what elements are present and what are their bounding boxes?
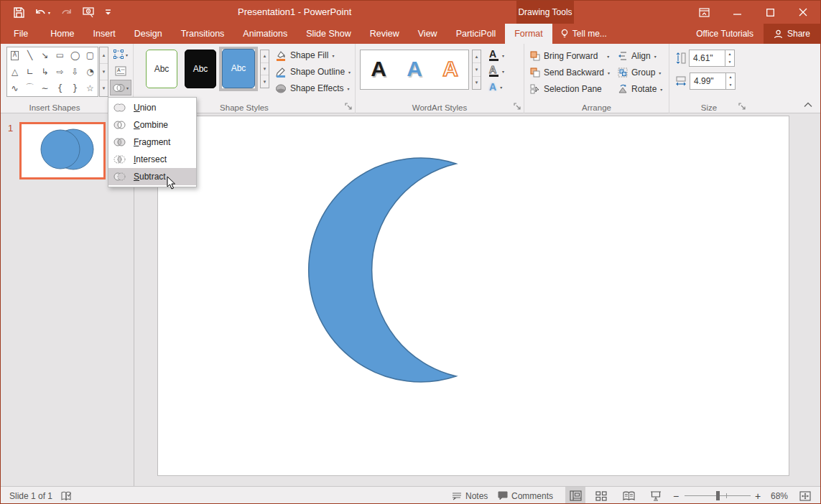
elbow-arrow-connector-icon[interactable]: ↳	[37, 64, 52, 80]
comments-button[interactable]: Comments	[498, 487, 553, 504]
pie-shape-icon[interactable]: ◔	[83, 64, 98, 80]
bring-forward-button[interactable]: Bring Forward ▾	[530, 48, 610, 64]
notes-button[interactable]: Notes	[452, 487, 488, 504]
menu-item-union[interactable]: Union	[108, 99, 196, 116]
styles-scroll-down-icon[interactable]: ▼	[261, 63, 269, 76]
wordart-style-2[interactable]: A	[396, 50, 432, 89]
zoom-out-button[interactable]: −	[673, 487, 679, 504]
tab-format[interactable]: Format	[505, 24, 552, 44]
close-icon[interactable]	[787, 1, 820, 24]
right-arrow-shape-icon[interactable]: ⇨	[52, 64, 68, 80]
down-arrow-shape-icon[interactable]: ⇩	[68, 64, 83, 80]
left-brace-shape-icon[interactable]: {	[52, 80, 68, 96]
shape-effects-button[interactable]: Shape Effects ▾	[275, 80, 351, 96]
shape-outline-button[interactable]: Shape Outline ▾	[275, 64, 351, 80]
tab-animations[interactable]: Animations	[233, 24, 297, 44]
save-icon[interactable]	[14, 7, 24, 18]
reading-view-icon	[623, 491, 635, 501]
text-effects-button[interactable]: A ▾	[489, 80, 504, 94]
undo-button[interactable]: ▾	[34, 7, 50, 17]
slide-sorter-button[interactable]	[591, 487, 611, 504]
fit-to-window-button[interactable]	[799, 487, 811, 504]
gallery-more-icon[interactable]: ▼	[100, 80, 108, 96]
line-shape-icon[interactable]: ╲	[22, 47, 37, 64]
tell-me-box[interactable]: Tell me...	[552, 24, 616, 44]
selection-pane-button[interactable]: Selection Pane	[530, 81, 610, 97]
office-tutorials-link[interactable]: Office Tutorials	[686, 24, 764, 44]
right-brace-shape-icon[interactable]: }	[68, 80, 83, 96]
slideshow-view-button[interactable]	[646, 487, 666, 504]
arc-shape-icon[interactable]: ⌒	[22, 80, 37, 96]
curve-shape-icon[interactable]: ∼	[37, 80, 52, 96]
text-box-shape-icon[interactable]: A	[7, 47, 22, 64]
oval-shape-icon[interactable]: ◯	[68, 47, 83, 64]
gallery-scroll-down-icon[interactable]: ▼	[100, 64, 108, 80]
start-from-beginning-icon[interactable]	[83, 7, 95, 18]
scribble-shape-icon[interactable]: ∿	[7, 80, 22, 96]
send-backward-button[interactable]: Send Backward ▾	[530, 65, 610, 80]
shape-style-thumbnail-1[interactable]: Abc	[146, 50, 177, 88]
wordart-scroll-up-icon[interactable]: ▲	[473, 50, 481, 63]
width-spinner[interactable]: ▲▼	[725, 73, 735, 89]
arrow-shape-icon[interactable]: ↘	[37, 47, 52, 64]
rectangle-shape-icon[interactable]: ▭	[52, 47, 68, 64]
menu-item-fragment[interactable]: Fragment	[108, 134, 196, 151]
menu-item-intersect[interactable]: Intersect	[108, 151, 196, 168]
merge-shapes-button[interactable]: ▾	[110, 80, 131, 95]
slide-editing-area[interactable]	[134, 113, 820, 486]
tab-participoll[interactable]: ParticiPoll	[447, 24, 506, 44]
group-button[interactable]: Group ▾	[618, 65, 662, 80]
slide-canvas[interactable]	[157, 116, 789, 476]
slide-indicator[interactable]: Slide 1 of 1	[9, 487, 52, 504]
text-box-button[interactable]: A	[110, 63, 131, 79]
elbow-connector-icon[interactable]: ∟	[22, 64, 37, 80]
shape-style-thumbnail-3-selected[interactable]: Abc	[222, 49, 255, 88]
wordart-more-icon[interactable]: ▼	[473, 77, 481, 89]
minimize-icon[interactable]	[720, 1, 753, 24]
tab-design[interactable]: Design	[125, 24, 172, 44]
tab-transitions[interactable]: Transitions	[172, 24, 234, 44]
rotate-button[interactable]: Rotate ▾	[618, 81, 662, 97]
triangle-shape-icon[interactable]: △	[7, 64, 22, 80]
menu-item-subtract[interactable]: Subtract	[108, 168, 196, 185]
maximize-icon[interactable]	[753, 1, 787, 24]
wordart-style-3[interactable]: A	[432, 50, 468, 89]
edit-shape-button[interactable]: ▾	[110, 47, 131, 62]
zoom-in-button[interactable]: +	[755, 487, 761, 504]
styles-scroll-up-icon[interactable]: ▲	[261, 50, 269, 63]
menu-item-combine[interactable]: Combine	[108, 116, 196, 134]
zoom-slider-thumb[interactable]	[716, 491, 720, 500]
share-button[interactable]: Share	[764, 24, 820, 44]
text-outline-button[interactable]: A ▾	[489, 64, 504, 78]
wordart-scroll-down-icon[interactable]: ▼	[473, 63, 481, 76]
star-shape-icon[interactable]: ☆	[83, 80, 98, 96]
proofing-icon[interactable]	[61, 487, 73, 504]
tab-file[interactable]: File	[1, 24, 41, 44]
zoom-level[interactable]: 68%	[771, 487, 788, 504]
rounded-rectangle-shape-icon[interactable]: ▢	[83, 47, 98, 64]
gallery-scroll-up-icon[interactable]: ▲	[100, 47, 108, 64]
tab-view[interactable]: View	[409, 24, 447, 44]
shape-height-field[interactable]: 4.61" ▲▼	[689, 50, 735, 67]
styles-more-icon[interactable]: ▼	[261, 75, 269, 88]
wordart-style-1[interactable]: A	[361, 50, 396, 89]
tab-slide-show[interactable]: Slide Show	[297, 24, 361, 44]
undo-dropdown-caret[interactable]: ▾	[48, 10, 50, 15]
slide-1-thumbnail[interactable]	[19, 122, 106, 179]
reading-view-button[interactable]	[618, 487, 639, 504]
tab-home[interactable]: Home	[41, 24, 83, 44]
tab-insert[interactable]: Insert	[84, 24, 125, 44]
shape-style-thumbnail-2[interactable]: Abc	[185, 50, 216, 88]
height-spinner[interactable]: ▲▼	[725, 50, 734, 66]
shape-fill-button[interactable]: Shape Fill ▾	[275, 47, 351, 63]
normal-view-button[interactable]	[565, 487, 585, 504]
crescent-moon-shape[interactable]	[158, 116, 789, 475]
text-effects-icon: A	[489, 83, 496, 91]
tab-review[interactable]: Review	[361, 24, 409, 44]
align-button[interactable]: Align ▾	[618, 48, 662, 64]
text-fill-button[interactable]: A ▾	[489, 48, 504, 62]
shape-width-field[interactable]: 4.99" ▲▼	[690, 73, 736, 90]
customize-qat-icon[interactable]	[105, 9, 111, 16]
collapse-ribbon-icon[interactable]	[804, 100, 812, 110]
ribbon-display-options-icon[interactable]	[687, 1, 720, 24]
